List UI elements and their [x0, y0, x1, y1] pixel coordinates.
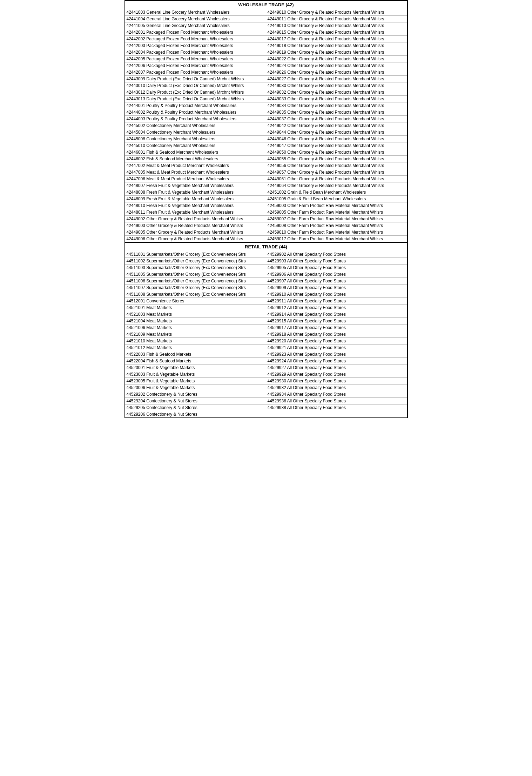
- right-desc: Grain & Field Bean Merchant Wholesalers: [286, 190, 366, 195]
- left-desc: Poultry & Poultry Product Merchant Whole…: [145, 103, 236, 108]
- left-desc: Packaged Frozen Food Merchant Wholesaler…: [145, 63, 233, 68]
- right-code: 42459007: [268, 216, 286, 221]
- table-row: 42448007 Fresh Fruit & Vegetable Merchan…: [125, 182, 407, 189]
- right-desc: Other Grocery & Related Products Merchan…: [286, 130, 384, 135]
- table-row: 44521006 Meat Markets44529917 All Other …: [125, 325, 407, 331]
- table-row: 44511008 Supermarkets/Other Grocery (Exc…: [125, 291, 407, 298]
- right-cell: 42449035 Other Grocery & Related Product…: [266, 109, 407, 115]
- left-code: 42445004: [127, 130, 145, 135]
- left-code: 42446002: [127, 156, 145, 161]
- right-desc: All Other Specialty Food Stores: [286, 372, 346, 377]
- table-row: 44521009 Meat Markets44529918 All Other …: [125, 331, 407, 338]
- left-code: 42443012: [127, 90, 145, 95]
- left-cell: 42443010 Dairy Product (Exc Dried Or Can…: [125, 82, 266, 89]
- right-cell: 44529910 All Other Specialty Food Stores: [266, 291, 407, 297]
- right-desc: Other Grocery & Related Products Merchan…: [286, 10, 384, 15]
- table-row: 42442004 Packaged Frozen Food Merchant W…: [125, 49, 407, 56]
- table-row: 42449003 Other Grocery & Related Product…: [125, 222, 407, 229]
- table-row: 42441004 General Line Grocery Merchant W…: [125, 16, 407, 22]
- left-desc: Other Grocery & Related Products Merchan…: [145, 230, 243, 235]
- table-row: 44523003 Fruit & Vegetable Markets445299…: [125, 371, 407, 378]
- right-cell: 42449030 Other Grocery & Related Product…: [266, 82, 407, 89]
- right-desc: Other Farm Product Raw Material Merchant…: [286, 210, 383, 215]
- right-cell: 42459010 Other Farm Product Raw Material…: [266, 229, 407, 235]
- right-code: 42449015: [268, 30, 286, 35]
- right-cell: 42449034 Other Grocery & Related Product…: [266, 102, 407, 109]
- left-code: 44529205: [127, 405, 145, 410]
- right-code: 44529927: [268, 365, 286, 370]
- left-code: 42445002: [127, 123, 145, 128]
- right-cell: 42449019 Other Grocery & Related Product…: [266, 49, 407, 55]
- left-cell: 44521001 Meat Markets: [125, 305, 266, 311]
- right-code: 42449055: [268, 156, 286, 161]
- left-desc: Confectionery & Nut Stores: [145, 392, 197, 397]
- right-cell: 44529909 All Other Specialty Food Stores: [266, 285, 407, 291]
- left-desc: Meat & Meat Product Merchant Wholesalers: [145, 170, 229, 175]
- right-desc: Other Grocery & Related Products Merchan…: [286, 176, 384, 181]
- table-row: 42446002 Fish & Seafood Merchant Wholesa…: [125, 156, 407, 162]
- right-desc: Other Grocery & Related Products Merchan…: [286, 76, 384, 81]
- right-code: 44529923: [268, 352, 286, 357]
- left-cell: 42444002 Poultry & Poultry Product Merch…: [125, 109, 266, 115]
- right-code: 44529930: [268, 379, 286, 383]
- left-cell: 42449005 Other Grocery & Related Product…: [125, 229, 266, 235]
- right-desc: All Other Specialty Food Stores: [286, 325, 346, 330]
- left-cell: 44523001 Fruit & Vegetable Markets: [125, 364, 266, 371]
- right-code: 44529924: [268, 359, 286, 363]
- table-row: 42448011 Fresh Fruit & Vegetable Merchan…: [125, 209, 407, 216]
- left-desc: Supermarkets/Other Grocery (Exc Convenie…: [145, 279, 246, 283]
- left-code: 42442007: [127, 70, 145, 75]
- left-desc: Other Grocery & Related Products Merchan…: [145, 236, 243, 241]
- table-row: 44521004 Meat Markets44529915 All Other …: [125, 318, 407, 325]
- left-cell: 42441004 General Line Grocery Merchant W…: [125, 16, 266, 22]
- table-row: 44523001 Fruit & Vegetable Markets445299…: [125, 364, 407, 371]
- left-cell: 44529204 Confectionery & Nut Stores: [125, 398, 266, 404]
- right-desc: Other Farm Product Raw Material Merchant…: [286, 236, 383, 241]
- left-code: 42449005: [127, 230, 145, 235]
- left-desc: Fruit & Vegetable Markets: [145, 379, 195, 383]
- left-desc: General Line Grocery Merchant Wholesaler…: [145, 23, 230, 28]
- table-row: 44521010 Meat Markets44529920 All Other …: [125, 338, 407, 344]
- left-cell: 42445010 Confectionery Merchant Wholesal…: [125, 142, 266, 149]
- left-cell: 42442005 Packaged Frozen Food Merchant W…: [125, 56, 266, 62]
- right-cell: 44529911 All Other Specialty Food Stores: [266, 298, 407, 304]
- right-cell: 42451002 Grain & Field Bean Merchant Who…: [266, 189, 407, 195]
- right-desc: All Other Specialty Food Stores: [286, 385, 346, 390]
- right-desc: All Other Specialty Food Stores: [286, 399, 346, 403]
- left-cell: 42443013 Dairy Product (Exc Dried Or Can…: [125, 96, 266, 102]
- left-cell: 42441005 General Line Grocery Merchant W…: [125, 22, 266, 29]
- right-desc: Other Grocery & Related Products Merchan…: [286, 90, 384, 95]
- left-desc: Packaged Frozen Food Merchant Wholesaler…: [145, 50, 233, 55]
- right-cell: 42449017 Other Grocery & Related Product…: [266, 36, 407, 42]
- left-desc: Fish & Seafood Merchant Wholesalers: [145, 156, 218, 161]
- right-cell: 44529915 All Other Specialty Food Stores: [266, 318, 407, 324]
- right-desc: All Other Specialty Food Stores: [286, 379, 346, 383]
- right-code: 42449046: [268, 136, 286, 141]
- left-code: 44511003: [127, 265, 145, 270]
- table-row: 44511005 Supermarkets/Other Grocery (Exc…: [125, 271, 407, 278]
- table-row: 42443009 Dairy Product (Exc Dried Or Can…: [125, 76, 407, 82]
- left-desc: Other Grocery & Related Products Merchan…: [145, 223, 243, 228]
- right-cell: 44529934 All Other Specialty Food Stores: [266, 391, 407, 397]
- table-row: 44521001 Meat Markets44529912 All Other …: [125, 305, 407, 311]
- right-desc: Other Grocery & Related Products Merchan…: [286, 56, 384, 61]
- left-code: 42442001: [127, 30, 145, 35]
- right-code: 42449061: [268, 176, 286, 181]
- right-code: 42459005: [268, 210, 286, 215]
- left-code: 42447005: [127, 170, 145, 175]
- right-cell: 42449037 Other Grocery & Related Product…: [266, 116, 407, 122]
- left-cell: 44529205 Confectionery & Nut Stores: [125, 404, 266, 411]
- table-row: 44521003 Meat Markets44529914 All Other …: [125, 311, 407, 318]
- left-code: 44521006: [127, 325, 145, 330]
- left-desc: Fish & Seafood Merchant Wholesalers: [145, 150, 218, 155]
- table-row: 44529206 Confectionery & Nut Stores: [125, 411, 407, 417]
- right-desc: All Other Specialty Food Stores: [286, 265, 346, 270]
- table-row: 42447002 Meat & Meat Product Merchant Wh…: [125, 162, 407, 169]
- right-desc: All Other Specialty Food Stores: [286, 365, 346, 370]
- right-code: 42459008: [268, 223, 286, 228]
- left-code: 44529202: [127, 392, 145, 397]
- right-desc: Other Grocery & Related Products Merchan…: [286, 103, 384, 108]
- right-code: 42449035: [268, 110, 286, 115]
- table-row: 42448010 Fresh Fruit & Vegetable Merchan…: [125, 202, 407, 209]
- right-cell: 42449056 Other Grocery & Related Product…: [266, 162, 407, 169]
